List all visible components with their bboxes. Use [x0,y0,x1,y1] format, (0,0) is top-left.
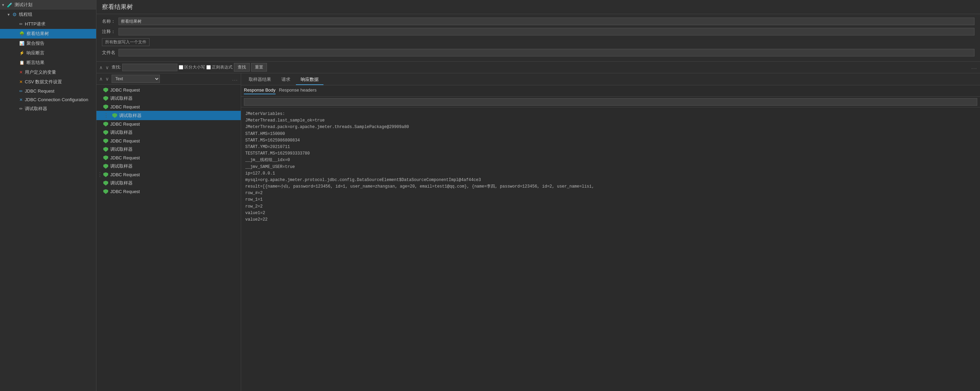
shield-icon [103,96,108,101]
sidebar-item-http-request[interactable]: ✏ HTTP请求 [0,19,96,29]
pencil-icon: ✏ [19,22,23,27]
tree-panel: ∧ ∨ Text RegExp Tester CSS/JQuery Tester… [97,73,241,391]
shield-icon [103,147,108,152]
subtab-response-headers[interactable]: Response headers [279,87,317,94]
tree-item[interactable]: 调试取样器 [97,128,241,137]
case-sensitive-label: 区分大小写 [179,64,205,70]
shield-icon [103,130,108,135]
name-row: 名称： [102,17,975,25]
tree-item[interactable]: JDBC Request [97,86,241,94]
shield-icon [103,122,108,127]
detail-panel: 取样器结果 请求 响应数据 Response Body Response hea… [241,73,980,391]
name-label: 名称： [102,18,116,24]
search-label: 查找: [111,64,121,70]
tree-item-label: JDBC Request [110,122,140,127]
sidebar-item-test-plan[interactable]: ▼ 🧪 测试计划 [0,0,96,9]
jdbc-icon: ✏ [19,89,23,93]
tree-item[interactable]: JDBC Request [97,137,241,145]
regex-label: 正则表达式 [206,64,232,70]
shield-icon [103,189,108,194]
tree-item[interactable]: 调试取样器 [97,179,241,188]
debug-icon: ✏ [19,106,23,111]
search-input[interactable] [122,64,177,71]
shield-icon [103,164,108,169]
case-sensitive-checkbox[interactable] [179,65,183,70]
tree-item[interactable]: 调试取样器 [97,162,241,171]
var-icon: ✕ [19,70,23,75]
tree-item[interactable]: 调试取样器 [97,145,241,154]
tree-toolbar: ∧ ∨ Text RegExp Tester CSS/JQuery Tester… [97,73,241,85]
tree-item[interactable]: JDBC Request [97,103,241,111]
tree-item[interactable]: JDBC Request [97,154,241,162]
sidebar-item-label: 调试取样器 [25,106,47,112]
sidebar-item-label: 响应断言 [27,50,45,56]
shield-icon [103,88,108,93]
sidebar-item-label: 聚合报告 [27,40,45,46]
file-input[interactable] [118,49,975,57]
drag-handle: ⋮ [103,112,109,119]
sidebar-item-debug-sampler[interactable]: ✏ 调试取样器 [0,104,96,114]
sidebar-item-thread-group[interactable]: ▼ ⚙ 线程组 [0,9,96,19]
sidebar-item-csv-data[interactable]: ✕ CSV 数据文件设置 [0,77,96,87]
search-toolbar: ∧ ∨ 查找: 区分大小写 正则表达式 查找 重置 ... [97,62,980,73]
file-row: 文件名 [102,49,975,57]
tree-item-label: 调试取样器 [110,130,133,136]
detail-search-row [241,97,980,108]
sidebar-item-user-vars[interactable]: ✕ 用户定义的变量 [0,68,96,77]
section-label: 所有数据写入一个文件 [102,38,150,46]
main-content: 察看结果树 名称： 注释： 所有数据写入一个文件 文件名 ∧ ∨ 查找: 区分大… [97,0,980,391]
tree-item[interactable]: ⋮ JDBC Request [97,171,241,179]
tree-item-label: 调试取样器 [110,180,133,186]
sidebar-item-aggregate-report[interactable]: 📊 聚合报告 [0,38,96,48]
shield-icon [112,113,117,118]
sidebar-item-label: HTTP请求 [25,21,46,27]
tree-item-label: JDBC Request [110,138,140,144]
find-button[interactable]: 查找 [234,63,250,71]
tree-item-label: JDBC Request [110,155,140,160]
assert-icon: ⚡ [19,51,24,55]
tree-expand-arrows[interactable]: ∧ [99,76,103,82]
tree-item-label: JDBC Request [110,87,140,93]
shield-icon [103,173,108,177]
tree-collapse-arrows[interactable]: ∨ [105,76,109,82]
tree-item-label: 调试取样器 [110,146,133,152]
tree-content: JDBC Request 调试取样器 JDBC Request ⋮ 调试取样器 [97,85,241,391]
tree-item[interactable]: 调试取样器 [97,94,241,103]
tree-icon: 🌳 [19,31,24,36]
sidebar-item-label: JDBC Request [25,89,54,93]
tree-item-label: 调试取样器 [119,112,142,119]
reset-button[interactable]: 重置 [251,63,267,71]
sidebar-item-jdbc-connection[interactable]: ✕ JDBC Connection Configuration [0,95,96,104]
sidebar-item-response-assertion[interactable]: ⚡ 响应断言 [0,48,96,58]
tree-item-label: 调试取样器 [110,163,133,169]
sidebar-item-jdbc-request[interactable]: ✏ JDBC Request [0,87,96,95]
assert2-icon: 📋 [19,60,24,65]
expand-collapse-arrows[interactable]: ∧ [99,65,103,70]
detail-sub-tabs: Response Body Response headers [241,85,980,97]
tree-item-active[interactable]: ⋮ 调试取样器 [97,111,241,120]
subtab-response-body[interactable]: Response Body [244,87,275,94]
tree-item-label: 调试取样器 [110,95,133,101]
shield-icon [103,139,108,144]
sidebar-item-assertion-result[interactable]: 📋 断言结果 [0,58,96,68]
shield-icon [103,181,108,185]
sidebar: ▼ 🧪 测试计划 ▼ ⚙ 线程组 ✏ HTTP请求 🌳 察看结果树 📊 聚合报告… [0,0,97,391]
shield-icon [103,104,108,109]
sidebar-item-label: 测试计划 [14,2,32,8]
tree-item[interactable]: JDBC Request [97,120,241,128]
tab-sampler-result[interactable]: 取样器结果 [244,75,276,85]
tab-request[interactable]: 请求 [277,75,295,85]
sidebar-item-view-result-tree[interactable]: 🌳 察看结果树 [0,29,96,38]
tab-response-data[interactable]: 响应数据 [296,75,323,85]
comment-input[interactable] [118,28,975,35]
file-label: 文件名 [102,49,116,56]
regex-checkbox[interactable] [206,65,211,70]
shield-icon [103,155,108,160]
detail-search-input[interactable] [244,98,977,106]
tree-item[interactable]: JDBC Request [97,188,241,195]
expand-collapse-arrows2[interactable]: ∨ [105,65,109,70]
sidebar-item-label: 用户定义的变量 [25,69,56,75]
name-input[interactable] [118,17,975,25]
tree-item-label: JDBC Request [110,189,140,194]
view-type-select[interactable]: Text RegExp Tester CSS/JQuery Tester XPa… [111,75,160,83]
